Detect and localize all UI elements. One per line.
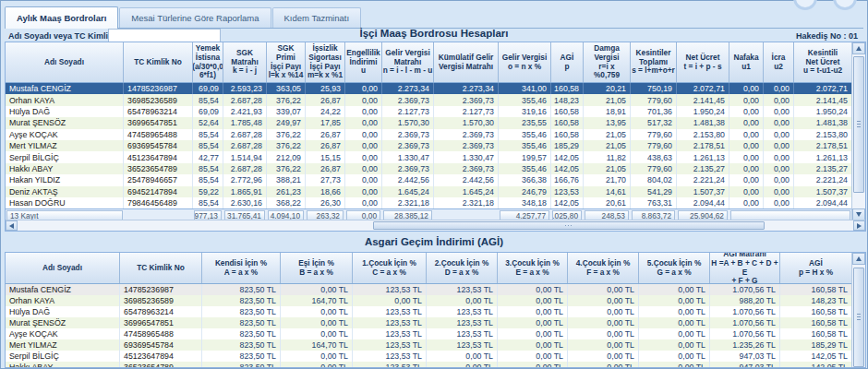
cell-value: 45123647894	[124, 151, 193, 162]
tab-mesai-turlerine-gore-raporlama[interactable]: Mesai Türlerine Göre Raporlama	[119, 7, 271, 28]
scrollbar-thumb[interactable]	[853, 56, 864, 193]
table-row[interactable]: Hülya DAĞ65478963214823,50 TL0,00 TL123,…	[6, 306, 865, 317]
column-header[interactable]: İcra u2	[764, 42, 794, 82]
column-header[interactable]: Eşi İçin % B = a x %	[281, 253, 353, 283]
cell-value: 123,53 TL	[427, 284, 498, 295]
column-header[interactable]: İşsizlik Sigortası İşçi Payı m=k x %1	[306, 42, 345, 82]
column-header[interactable]: 1.Çocuk İçin % C = a x %	[353, 253, 427, 283]
table-row[interactable]: Mert YILMAZ69369545784823,50 TL164,70 TL…	[6, 339, 865, 351]
column-header[interactable]: Kesintili Net Ücret u = t-u1-u2	[794, 42, 852, 82]
cell-value: 541,29	[631, 186, 677, 197]
cell-value: 0,00	[729, 140, 764, 151]
cell-value: 26,87	[306, 140, 345, 151]
cell-value: 2.135,27	[677, 163, 729, 174]
table-row[interactable]: Mert YILMAZ6936954578485,542.687,28376,2…	[6, 140, 865, 151]
cell-value: 47458965488	[120, 328, 202, 339]
cell-value: 1.507,37	[677, 186, 729, 197]
column-header[interactable]: AGİ p	[551, 42, 584, 82]
cell-value: 0,00	[729, 106, 764, 117]
scroll-up-button[interactable]	[852, 42, 865, 54]
column-header[interactable]: 2.Çocuk İçin % D = a x %	[427, 253, 498, 283]
payroll-grid-header: Adı SoyadıTC Kimlik NoYemek İstisna (a/3…	[6, 42, 865, 83]
cell-value: 85,54	[193, 197, 223, 208]
table-row[interactable]: Orhan KAYA3698523658985,542.687,28376,22…	[6, 94, 865, 105]
column-header[interactable]: AGİ Matrahı H =A + B + C + D + E + F + G	[710, 253, 780, 283]
table-row[interactable]: Deniz AKTAŞ6945214789459,221.865,91261,2…	[6, 186, 865, 197]
column-header[interactable]: TC Kimlik No	[120, 253, 202, 283]
column-header[interactable]: 4.Çocuk İçin % F = a x %	[568, 253, 639, 283]
table-row[interactable]: Hakkı ABAY36523654789823,50 TL0,00 TL123…	[6, 362, 865, 368]
column-header[interactable]: TC Kimlik No	[124, 42, 193, 82]
cell-value: 160,58 TL	[780, 284, 852, 295]
cell-value: 0,00 TL	[639, 295, 710, 306]
column-header[interactable]: Kesintiler Toplamı s = l+m+o+r	[631, 42, 677, 82]
cell-value: 988,20 TL	[710, 295, 780, 306]
tab-kidem-tazminati[interactable]: Kıdem Tazminatı	[272, 7, 362, 28]
cell-value: 1.070,56 TL	[710, 317, 780, 328]
tab-aylik-maas-bordrolari[interactable]: Aylık Maaş Bordroları	[5, 6, 118, 29]
cell-value: 0,00 TL	[281, 306, 353, 317]
cell-value: 199,57	[499, 151, 551, 162]
vertical-scrollbar[interactable]	[851, 253, 865, 368]
cell-value: 2.369,73	[382, 94, 434, 105]
cell-value: 2.687,28	[223, 94, 267, 105]
table-row[interactable]: Ayşe KOÇAK47458965488823,50 TL0,00 TL123…	[6, 328, 865, 339]
cell-name: Hakkı ABAY	[6, 163, 124, 174]
horizontal-scrollbar[interactable]	[6, 220, 865, 231]
scroll-up-button[interactable]	[852, 253, 865, 265]
cell-value: 0,00	[729, 94, 764, 105]
table-row[interactable]: Serpil BİLGİÇ4512364789442,771.514,94212…	[6, 151, 865, 162]
table-row[interactable]: Murat ŞENSÖZ3699654785152,641.785,48249,…	[6, 117, 865, 128]
table-row[interactable]: Ayşe KOÇAK4745896548885,542.687,28376,22…	[6, 129, 865, 140]
cell-value: 59,22	[193, 186, 223, 197]
cell-value: 2.141,45	[794, 94, 852, 105]
cell-value: 0,00 TL	[568, 362, 639, 368]
table-row[interactable]: Mustafa CENGİZ14785236987823,50 TL0,00 T…	[6, 284, 865, 295]
column-header[interactable]: Kendisi İçin % A = a x %	[202, 253, 281, 283]
column-header[interactable]: Adı Soyadı	[6, 253, 120, 283]
cell-value: 0,00 TL	[427, 295, 498, 306]
column-header[interactable]: Gelir Vergisi Matrahı n = i - l - m - u	[382, 42, 434, 82]
cell-value: 1.070,56 TL	[710, 306, 780, 317]
column-header[interactable]: Nafaka u1	[729, 42, 764, 82]
column-header[interactable]: SGK Matrahı k = i - j	[223, 42, 267, 82]
column-header[interactable]: Net Ücret t = i + p - s	[677, 42, 729, 82]
scrollbar-thumb[interactable]	[853, 268, 864, 367]
table-row[interactable]: Hasan DOĞRU7984645648985,542.630,16368,2…	[6, 197, 865, 208]
column-header[interactable]: Yemek İstisna (a/30*0,0 6*f1)	[193, 42, 223, 82]
table-row[interactable]: Orhan KAYA36985236589823,50 TL164,70 TL0…	[6, 295, 865, 306]
cell-name: Mustafa CENGİZ	[6, 284, 120, 295]
table-row[interactable]: Murat ŞENSÖZ36996547851823,50 TL0,00 TL1…	[6, 317, 865, 328]
column-header[interactable]: Engellilik İndirimi u	[345, 42, 382, 82]
column-header[interactable]: AGİ p = H x %	[780, 253, 852, 283]
table-row[interactable]: Mustafa CENGİZ1478523698769,092.593,2336…	[6, 83, 865, 94]
cell-value: 376,22	[267, 129, 306, 140]
scroll-right-button[interactable]	[853, 220, 865, 231]
scrollbar-thumb[interactable]	[373, 221, 765, 230]
cell-value: 2.321,18	[382, 197, 434, 208]
column-header[interactable]: SGK Primi İşçi Payı l=k x %14	[267, 42, 306, 82]
column-header[interactable]: Adı Soyadı	[6, 42, 124, 82]
scroll-left-button[interactable]	[6, 220, 18, 231]
cell-value: 779,60	[631, 94, 677, 105]
table-row[interactable]: Serpil BİLGİÇ45123647894823,50 TL0,00 TL…	[6, 351, 865, 362]
cell-value: 160,58	[551, 129, 584, 140]
cell-value: 85,54	[193, 163, 223, 174]
table-row[interactable]: Hülya DAĞ6547896321469,092.421,93339,072…	[6, 106, 865, 117]
cell-value: 123,53 TL	[427, 339, 498, 351]
cell-value: 36523654789	[124, 163, 193, 174]
cell-value: 0,00	[345, 174, 382, 185]
column-header[interactable]: Damga Vergisi r=i x %0,759	[584, 42, 631, 82]
column-header[interactable]: 3.Çocuk İçin % E = a x %	[498, 253, 568, 283]
column-header[interactable]: Gelir Vergisi o = n x %	[499, 42, 551, 82]
cell-value: 36523654789	[120, 362, 202, 368]
column-header[interactable]: 5.Çocuk İçin % G = a x %	[639, 253, 710, 283]
cell-name: Serpil BİLGİÇ	[6, 151, 124, 162]
cell-name: Serpil BİLGİÇ	[6, 351, 120, 362]
vertical-scrollbar[interactable]	[851, 42, 865, 220]
cell-value: 0,00	[729, 117, 764, 128]
table-row[interactable]: Hakkı ABAY3652365478985,542.687,28376,22…	[6, 163, 865, 174]
cell-value: 0,00	[729, 186, 764, 197]
column-header[interactable]: Kümülatif Gelir Vergisi Matrahı	[434, 42, 499, 82]
table-row[interactable]: Hakan YILDIZ2547894665785,542.772,96388,…	[6, 174, 865, 185]
